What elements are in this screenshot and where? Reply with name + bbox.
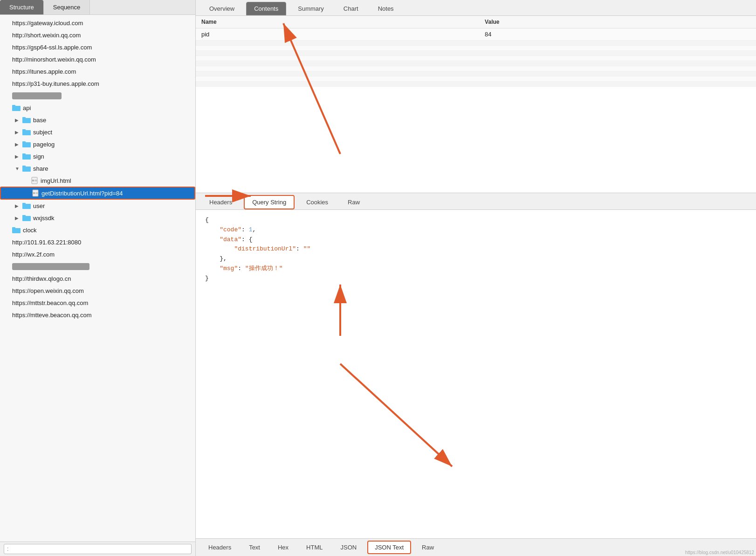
tree-item-itunes1[interactable]: https://itunes.apple.com — [0, 65, 195, 77]
tree-item-mttstr[interactable]: https://mttstr.beacon.qq.com — [0, 297, 195, 309]
table-row — [196, 51, 756, 56]
cell-name — [196, 76, 479, 82]
tree-label-user: user — [33, 202, 45, 209]
cell-name — [196, 82, 479, 87]
tree-item-weixin2[interactable]: http://minorshort.weixin.qq.com — [0, 53, 195, 65]
svg-rect-5 — [22, 129, 26, 131]
folder-icon-wxjssdk — [22, 215, 31, 221]
tree-item-pagelog[interactable]: ▶ pagelog — [0, 138, 195, 150]
contents-table: Name Value pid84 — [196, 16, 756, 87]
tree-label-imgUrl: imgUrl.html — [41, 177, 71, 184]
folder-icon-base — [22, 117, 31, 123]
mid-tabs-bar: Headers Query String Cookies Raw — [196, 193, 756, 210]
cell-name — [196, 71, 479, 76]
tree-label-subject: subject — [33, 129, 52, 136]
tree-item-itunes2[interactable]: https://p31-buy.itunes.apple.com — [0, 77, 195, 90]
json-line: "data": { — [205, 235, 747, 245]
svg-rect-25 — [12, 227, 15, 229]
tree-item-share[interactable]: ▼ share — [0, 162, 195, 174]
svg-rect-7 — [22, 141, 26, 143]
tab-summary[interactable]: Summary — [290, 2, 332, 15]
tab-bottom-html[interactable]: HTML — [299, 541, 330, 554]
tab-cookies[interactable]: Cookies — [298, 195, 336, 209]
tree-item-ip1[interactable]: http://101.91.63.221:8080 — [0, 236, 195, 248]
folder-icon-api — [12, 104, 21, 111]
tree-item-blurred1[interactable]: http://████████ — [0, 90, 195, 102]
watermark: https://blog.csdn.net/u010425812 — [685, 550, 754, 555]
tree-item-apple1[interactable]: https://gsp64-ssl.ls.apple.com — [0, 41, 195, 53]
tree-item-getDistUrl[interactable]: getDistributionUrl.html?pid=84 — [0, 187, 195, 200]
tab-raw[interactable]: Raw — [340, 195, 368, 209]
tree-item-weixin3[interactable]: https://open.weixin.qq.com — [0, 285, 195, 297]
tab-notes[interactable]: Notes — [370, 2, 402, 15]
tree-item-weixin1[interactable]: http://short.weixin.qq.com — [0, 29, 195, 41]
file-icon-getDistUrl — [32, 189, 39, 197]
tree-label-itunes1: https://itunes.apple.com — [12, 68, 76, 75]
cell-value — [479, 56, 756, 61]
tree-label-thirdwx: http://thirdwx.qlogo.cn — [12, 275, 71, 282]
search-input[interactable] — [4, 544, 192, 554]
tree-item-mtteve[interactable]: https://mtteve.beacon.qq.com — [0, 309, 195, 321]
tree-label-apple1: https://gsp64-ssl.ls.apple.com — [12, 44, 92, 51]
tab-bottom-text[interactable]: Text — [242, 541, 267, 554]
svg-point-17 — [33, 192, 35, 194]
tree-item-user[interactable]: ▶ user — [0, 200, 195, 212]
folder-icon-share — [22, 165, 31, 172]
contents-table-area: Name Value pid84 — [196, 16, 756, 193]
tree-arrow-share: ▼ — [15, 166, 21, 171]
tree-item-thirdwx[interactable]: http://thirdwx.qlogo.cn — [0, 272, 195, 285]
tree-arrow-user: ▶ — [15, 203, 21, 208]
tree-list: https://gateway.icloud.comhttp://short.w… — [0, 15, 195, 542]
tree-label-itunes2: https://p31-buy.itunes.apple.com — [12, 80, 99, 87]
cell-value — [479, 61, 756, 66]
folder-icon-user — [22, 202, 31, 209]
cell-value — [479, 66, 756, 71]
tab-overview[interactable]: Overview — [201, 2, 242, 15]
cell-value — [479, 76, 756, 82]
tab-chart[interactable]: Chart — [336, 2, 366, 15]
file-icon-imgUrl — [31, 177, 38, 184]
table-row — [196, 71, 756, 76]
tree-label-getDistUrl: getDistributionUrl.html?pid=84 — [41, 190, 123, 197]
tab-bottom-hex[interactable]: Hex — [271, 541, 296, 554]
tree-item-subject[interactable]: ▶ subject — [0, 126, 195, 138]
tree-label-api: api — [23, 104, 31, 111]
tree-item-gateway[interactable]: https://gateway.icloud.com — [0, 17, 195, 29]
col-value-header: Value — [479, 16, 756, 28]
cell-name — [196, 46, 479, 51]
tree-item-blurred2[interactable]: ██████████████████ — [0, 260, 195, 272]
tree-item-wx2f[interactable]: http://wx.2f.com — [0, 248, 195, 260]
json-line: }, — [205, 254, 747, 264]
tree-label-wxjssdk: wxjssdk — [33, 215, 55, 222]
tree-item-api[interactable]: api — [0, 102, 195, 114]
json-line: } — [205, 274, 747, 284]
tree-item-wxjssdk[interactable]: ▶ wxjssdk — [0, 212, 195, 224]
tab-bottom-json-text[interactable]: JSON Text — [367, 541, 411, 554]
tree-item-clock[interactable]: clock — [0, 224, 195, 236]
tree-label-wx2f: http://wx.2f.com — [12, 251, 55, 258]
cell-name — [196, 56, 479, 61]
table-row — [196, 82, 756, 87]
tree-item-base[interactable]: ▶ base — [0, 114, 195, 126]
tab-headers[interactable]: Headers — [201, 195, 240, 209]
tab-query-string[interactable]: Query String — [244, 195, 295, 209]
tab-sequence[interactable]: Sequence — [44, 0, 90, 14]
tree-label-weixin3: https://open.weixin.qq.com — [12, 287, 84, 294]
tab-bottom-json[interactable]: JSON — [334, 541, 364, 554]
table-row — [196, 66, 756, 71]
tab-contents[interactable]: Contents — [246, 2, 286, 15]
cell-value — [479, 71, 756, 76]
tree-item-imgUrl[interactable]: imgUrl.html — [0, 174, 195, 187]
tree-label-mttstr: https://mttstr.beacon.qq.com — [12, 299, 88, 306]
cell-value — [479, 41, 756, 46]
cell-name — [196, 51, 479, 56]
tab-bottom-headers[interactable]: Headers — [201, 541, 238, 554]
tree-arrow-wxjssdk: ▶ — [15, 215, 21, 221]
tab-structure[interactable]: Structure — [0, 0, 44, 14]
tree-item-sign[interactable]: ▶ sign — [0, 150, 195, 162]
cell-value: 84 — [479, 28, 756, 41]
tab-bottom-raw[interactable]: Raw — [415, 541, 441, 554]
cell-value — [479, 51, 756, 56]
left-panel: Structure Sequence https://gateway.iclou… — [0, 0, 196, 556]
folder-icon-sign — [22, 153, 31, 160]
